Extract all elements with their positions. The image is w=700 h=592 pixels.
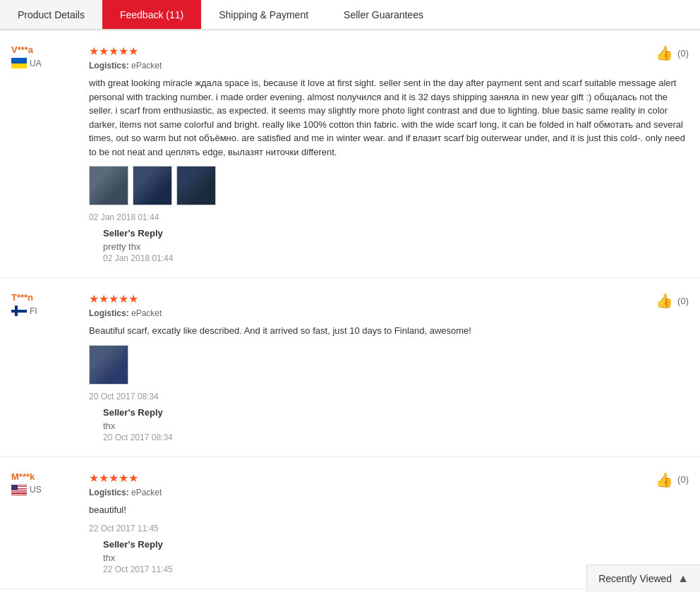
star-rating: ★★★★★ [89, 44, 689, 58]
review-text: beautiful! [89, 503, 689, 517]
tabs-bar: Product Details Feedback (11) Shipping &… [0, 0, 700, 30]
thumbs-up-icon: 👍 [656, 471, 673, 488]
logistics-value-val: ePacket [131, 308, 162, 318]
reviewer-country: US [11, 485, 82, 495]
review-image-thumbnail[interactable] [89, 345, 128, 385]
review-item: T***n FI ★★★★★ Logistics: ePacket Beauti… [0, 278, 700, 457]
like-button[interactable]: 👍 (0) [656, 44, 689, 61]
reviewer-username: T***n [11, 292, 82, 303]
thumbs-up-icon: 👍 [656, 292, 673, 309]
flag-icon [11, 485, 27, 495]
review-item: V***a UA ★★★★★ Logistics: ePacket with g… [0, 30, 700, 278]
reviewer-username: M***k [11, 471, 82, 482]
tab-product-details[interactable]: Product Details [0, 0, 102, 29]
like-count: (0) [677, 296, 689, 306]
logistics-value-text: ePacket [131, 61, 162, 71]
chevron-up-icon: ▲ [677, 572, 689, 585]
star-rating: ★★★★★ [89, 292, 689, 306]
reviewer-country: FI [11, 306, 82, 316]
seller-reply-date: 20 Oct 2017 08:34 [103, 433, 689, 442]
like-count: (0) [677, 48, 689, 59]
logistics-label: Logistics: [89, 61, 129, 71]
country-label: UA [30, 59, 42, 68]
review-image-thumbnail[interactable] [176, 166, 216, 205]
like-count: (0) [677, 474, 689, 485]
reviewer-info: V***a UA [11, 44, 89, 263]
seller-reply-text: thx [103, 552, 689, 563]
logistics-line: Logistics: ePacket [89, 61, 689, 71]
reviewer-country: UA [11, 58, 82, 68]
like-button[interactable]: 👍 (0) [656, 292, 689, 309]
tab-feedback[interactable]: Feedback (11) [102, 0, 201, 29]
seller-reply-date: 02 Jan 2018 01:44 [103, 253, 689, 263]
review-images [89, 166, 689, 205]
logistics-line: Logistics: ePacket [89, 488, 689, 497]
star-rating: ★★★★★ [89, 471, 689, 485]
flag-icon [11, 58, 27, 68]
logistics-value-val: ePacket [131, 488, 162, 497]
review-text: with great looking miracle ждала space i… [89, 76, 689, 159]
seller-reply-text: thx [103, 421, 689, 431]
review-body: ★★★★★ Logistics: ePacket beautiful! 22 O… [89, 471, 689, 575]
like-button[interactable]: 👍 (0) [656, 471, 689, 488]
review-date: 22 Oct 2017 11:45 [89, 524, 689, 533]
seller-reply-text: pretty thx [103, 241, 689, 252]
recently-viewed-button[interactable]: Recently Viewed ▲ [586, 564, 700, 589]
flag-icon [11, 306, 27, 316]
reviewer-info: T***n FI [11, 292, 89, 442]
logistics-label: Logistics: [89, 308, 129, 318]
seller-reply-label: Seller's Reply [103, 539, 689, 550]
review-body: ★★★★★ Logistics: ePacket with great look… [89, 44, 689, 263]
tab-seller-guarantees[interactable]: Seller Guarantees [326, 0, 441, 29]
review-text: Beautiful scarf, excatly like described.… [89, 324, 689, 338]
review-date: 20 Oct 2017 08:34 [89, 392, 689, 401]
seller-reply: Seller's Reply thx 20 Oct 2017 08:34 [89, 407, 689, 442]
recently-viewed-label: Recently Viewed [598, 573, 672, 584]
reviews-list: V***a UA ★★★★★ Logistics: ePacket with g… [0, 30, 700, 589]
review-date: 02 Jan 2018 01:44 [89, 212, 689, 222]
review-body: ★★★★★ Logistics: ePacket Beautiful scarf… [89, 292, 689, 442]
logistics-line: Logistics: ePacket [89, 308, 689, 318]
seller-reply: Seller's Reply pretty thx 02 Jan 2018 01… [89, 228, 689, 263]
review-image-thumbnail[interactable] [89, 166, 128, 205]
country-label: FI [30, 306, 37, 316]
reviewer-info: M***k US [11, 471, 89, 575]
seller-reply-label: Seller's Reply [103, 407, 689, 418]
review-images [89, 345, 689, 385]
tab-shipping-payment[interactable]: Shipping & Payment [201, 0, 326, 29]
seller-reply-label: Seller's Reply [103, 228, 689, 238]
logistics-label: Logistics: [89, 488, 129, 497]
review-image-thumbnail[interactable] [133, 166, 172, 205]
thumbs-up-icon: 👍 [656, 44, 673, 61]
country-label: US [30, 485, 42, 495]
reviewer-username: V***a [11, 44, 82, 55]
